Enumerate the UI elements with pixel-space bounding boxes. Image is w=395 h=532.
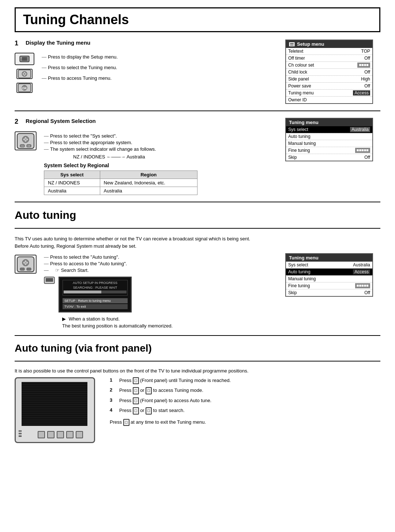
tv-setup-btn: SETUP : Return to tuning menu (63, 298, 128, 303)
menu-icon (289, 42, 295, 46)
section1-instructions: Press to display the Setup menu. Press t… (42, 53, 118, 82)
menu-row-off-timer: Off timer Off (286, 55, 372, 62)
svg-rect-30 (20, 268, 25, 270)
tv-front-controls (38, 431, 83, 438)
auto-tuning-title: Auto tuning (15, 209, 380, 221)
front-panel-steps: 1 Press □ (Front panel) until Tuning mod… (110, 377, 380, 443)
svg-rect-31 (27, 268, 31, 270)
svg-rect-33 (46, 278, 53, 282)
svg-text:OK: OK (27, 145, 31, 147)
btn-icon-4a: □ (133, 407, 139, 414)
page-title: Tuning Channels (15, 7, 380, 32)
table-row: Australia Australia (44, 187, 198, 195)
table-header-region: Region (100, 171, 197, 179)
fp-step-2: 2 Press □ or □ to access Tuning mode. (110, 387, 380, 394)
tuning-menu-1-row-sys: Sys select Australia (286, 126, 372, 133)
s2-instruction-3: The system select indicator will change … (44, 146, 198, 152)
table-row: NZ / INDONES New Zealand, Indonesia, etc… (44, 179, 198, 187)
auto-tuning-instructions: Press to select the "Auto tuning". Press… (44, 253, 132, 312)
menu-row-teletext: Teletext TOP (286, 48, 372, 55)
divider-2 (15, 202, 380, 202)
auto-tuning-remote-icon (15, 255, 37, 274)
tv-screen-area (22, 382, 87, 426)
s1-instruction-1: Press to display the Setup menu. (42, 54, 118, 60)
tuning-menu-1-row-skip: Skip Off (286, 154, 372, 161)
section1-icons: OK (15, 53, 34, 93)
menu-row-ch-colour: Ch colour set ■■■■ (286, 62, 372, 69)
tuning-menu-1-row-auto: Auto tuning (286, 133, 372, 140)
at-instruction-2: Press to access to the "Auto tuning". (44, 261, 132, 266)
fp-step-1: 1 Press □ (Front panel) until Tuning mod… (110, 377, 380, 384)
tv-btn-5 (76, 431, 83, 438)
divider-5 (15, 361, 380, 361)
menu-row-power-save: Power save Off (286, 83, 372, 90)
setup-menu-title: Setup menu (286, 40, 372, 48)
section2-num: 2 (15, 118, 18, 125)
front-panel-description: It is also possible to use the control p… (15, 368, 380, 374)
btn-icon-1: □ (133, 377, 139, 384)
menu-row-owner-id: Owner ID (286, 97, 372, 103)
tuning-menu-2-row-manual: Manual tuning (286, 276, 372, 282)
svg-point-18 (25, 138, 27, 141)
tv-btn-2 (47, 431, 54, 438)
tv-btn-3 (57, 431, 64, 438)
svg-point-29 (25, 262, 27, 264)
region-nz: New Zealand, Indonesia, etc. (100, 179, 197, 187)
section2-remote-icon: CH OK (15, 131, 37, 150)
found-note: ▶ When a station is found. (59, 316, 278, 322)
tuning-menu-2-row-sys: Sys select Australia (286, 262, 372, 269)
btn-icon-exit: □ (123, 419, 129, 426)
svg-text:OK: OK (22, 86, 27, 90)
s2-instruction-2: Press to select the appropriate system. (44, 140, 198, 145)
auto-tuning-description: This TV uses auto tuning to determine wh… (15, 235, 380, 250)
section1-header: Display the Tuning menu (26, 40, 90, 46)
fp-exit-note: Press □ at any time to exit the Tuning m… (110, 419, 380, 426)
at-instruction-1: Press to select the "Auto tuning". (44, 254, 132, 260)
tuning-menu-2-box: Tuning menu Sys select Australia Auto tu… (285, 253, 380, 329)
menu-row-child-lock: Child lock Off (286, 69, 372, 76)
btn-icon-2b: □ (146, 387, 152, 394)
s2-instruction-1: Press to select the "Sys select". (44, 133, 198, 139)
btn-icon-3: □ (133, 397, 139, 404)
front-panel-title: Auto tuning (via front panel) (15, 342, 380, 354)
tuning-menu-1-row-manual: Manual tuning (286, 140, 372, 147)
section2-instructions: Press to select the "Sys select". Press … (44, 132, 198, 195)
s1-instruction-2: Press to select the Tuning menu. (42, 65, 118, 70)
section2-header: Regional System Selection (26, 118, 96, 124)
menu-row-tuning-menu: Tuning menu Access (286, 90, 372, 97)
tuning-menu-1-title: Tuning menu (286, 119, 372, 126)
tuning-menu-2-title: Tuning menu (286, 254, 372, 262)
setup-menu-box: Setup menu Teletext TOP Off timer Off Ch… (285, 40, 380, 104)
sys-select-subheader: System Select by Regional (44, 162, 198, 168)
menu-row-side-panel: Side panel High (286, 76, 372, 83)
region-aus: Australia (100, 187, 197, 195)
tv-btn-1 (38, 431, 45, 438)
svg-text:CH: CH (21, 145, 24, 147)
at-instruction-3: ☞ Search Start. (44, 267, 132, 273)
tv-progress-bar (64, 291, 127, 293)
tuning-menu-2-row-skip: Skip Off (286, 289, 372, 296)
tuning-menu-1-box: Tuning menu Sys select Australia Auto tu… (285, 118, 380, 195)
section1-num: 1 (15, 40, 18, 47)
ok-button-icon: OK (16, 83, 33, 93)
sys-aus: Australia (44, 187, 100, 195)
tuning-menu-2-row-auto: Auto tuning Access (286, 269, 372, 276)
fp-step-3: 3 Press □ (Front panel) to access Auto t… (110, 397, 380, 404)
s1-instruction-3: Press to access Tuning menu. (42, 75, 118, 81)
svg-rect-1 (22, 57, 27, 61)
tv-exit-btn: TV/AV : To exit (63, 304, 128, 309)
memorized-note: The best tuning position is automaticall… (62, 323, 278, 329)
tv-screen-wrap: AUTO SETUP IN PROGRESS SEARCHING : PLEAS… (44, 277, 132, 312)
tuning-menu-2-row-fine: Fine tuning ■■■■■ (286, 282, 372, 289)
divider-3 (15, 228, 380, 229)
menu-nav-icon (16, 69, 33, 79)
svg-point-2 (20, 57, 22, 59)
sys-nz: NZ / INDONES (44, 179, 100, 187)
tv-progress-screen: AUTO SETUP IN PROGRESS SEARCHING : PLEAS… (59, 277, 132, 312)
divider-4 (15, 335, 380, 336)
sys-select-table: Sys select Region NZ / INDONES New Zeala… (44, 171, 198, 195)
fp-step-4: 4 Press □ or □ to start search. (110, 407, 380, 414)
divider-1 (15, 110, 380, 111)
tv-btn-4 (66, 431, 74, 438)
tv-front-illustration (15, 377, 95, 443)
